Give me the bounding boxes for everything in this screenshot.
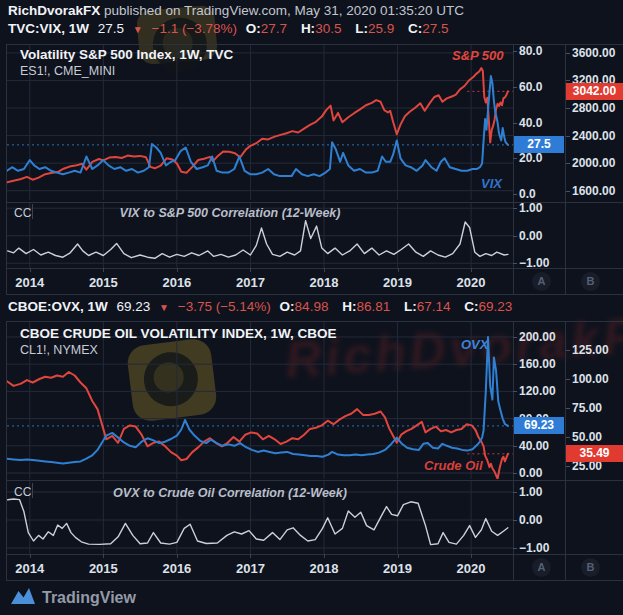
- low-value: 67.14: [417, 299, 451, 314]
- last-price-badge: 35.49: [566, 445, 623, 462]
- price-tick-label: −1.00: [519, 540, 549, 556]
- time-tick: [324, 268, 325, 272]
- brand-name: TradingView: [42, 589, 136, 607]
- sp500-series-label: S&P 500: [452, 48, 504, 63]
- scale-b-button[interactable]: B: [581, 558, 600, 577]
- tradingview-published-chart: RichDvorakFX RichDvorakFX published on T…: [0, 0, 623, 615]
- year-label: 2014: [12, 561, 48, 576]
- price-tick-label: 40.0: [519, 115, 542, 131]
- time-tick: [471, 554, 472, 558]
- price-tick-label: 100.00: [572, 371, 609, 387]
- time-tick: [103, 268, 104, 272]
- scale-a-button[interactable]: A: [532, 558, 551, 577]
- down-triangle-icon: ▼: [133, 24, 143, 35]
- crude-series-label: Crude Oil: [424, 458, 483, 473]
- separator: [6, 580, 623, 581]
- close-label: C:: [408, 21, 422, 36]
- year-label: 2014: [12, 275, 48, 290]
- tradingview-logo-icon: [10, 586, 36, 610]
- price-tick-label: 1.00: [519, 200, 542, 216]
- price-tick-label: 200.00: [519, 329, 556, 345]
- vix-series-label: VIX: [481, 176, 502, 191]
- price-tick-label: 0.00: [519, 465, 542, 481]
- high-label: H:: [342, 299, 356, 314]
- year-label: 2016: [159, 561, 195, 576]
- scale-b-button[interactable]: B: [581, 272, 600, 291]
- time-tick: [250, 268, 251, 272]
- scale-a-button[interactable]: A: [532, 272, 551, 291]
- high-value: 86.81: [356, 299, 390, 314]
- close-value: 69.23: [479, 299, 513, 314]
- time-tick: [30, 268, 31, 272]
- year-label: 2018: [306, 561, 342, 576]
- down-triangle-icon: ▼: [159, 302, 169, 313]
- chart2-title: CBOE CRUDE OIL VOLATILITY INDEX, 1W, CBO…: [20, 326, 337, 341]
- price-scale-divider[interactable]: [513, 44, 514, 294]
- last-price: 27.5: [98, 21, 124, 36]
- time-tick: [398, 268, 399, 272]
- chart1-subtitle: ES1!, CME_MINI: [20, 64, 115, 78]
- price-change: −3.75 (−5.14%): [178, 299, 271, 314]
- chart-frame-left: [6, 44, 7, 294]
- symbol-info-line-ovx: CBOE:OVX, 1W 69.23 ▼ −3.75 (−5.14%) O:84…: [8, 299, 522, 314]
- price-tick-label: 125.00: [572, 342, 609, 358]
- series-correlation: [8, 221, 508, 259]
- price-tick-label: −1.00: [519, 255, 549, 271]
- close-label: C:: [464, 299, 478, 314]
- year-label: 2015: [85, 275, 121, 290]
- year-label: 2020: [453, 561, 489, 576]
- time-tick: [250, 554, 251, 558]
- time-tick: [30, 554, 31, 558]
- price-tick-label: 2000.00: [572, 155, 615, 171]
- time-tick: [103, 554, 104, 558]
- cc-indicator-label: CC: [14, 206, 31, 220]
- time-tick: [324, 554, 325, 558]
- last-price-badge: 3042.00: [566, 83, 623, 100]
- time-tick: [177, 268, 178, 272]
- chart2-subtitle: CL1!, NYMEX: [20, 343, 98, 357]
- separator: [6, 321, 623, 322]
- legend-divider: [32, 204, 33, 219]
- legend-divider: [32, 483, 33, 498]
- time-tick: [177, 554, 178, 558]
- year-label: 2016: [159, 275, 195, 290]
- price-tick-label: 2800.00: [572, 100, 615, 116]
- open-label: O:: [280, 299, 295, 314]
- price-scale-divider[interactable]: [513, 321, 514, 580]
- price-tick-label: 1600.00: [572, 183, 615, 199]
- price-tick-label: 50.00: [572, 429, 602, 445]
- separator: [6, 294, 623, 295]
- price-tick-label: 120.00: [519, 383, 556, 399]
- price-tick-label: 2400.00: [572, 128, 615, 144]
- year-label: 2015: [85, 561, 121, 576]
- symbol-name: CBOE:OVX, 1W: [8, 299, 108, 314]
- ovx-series-label: OVX: [461, 337, 488, 352]
- high-label: H:: [301, 21, 315, 36]
- published-text: published on TradingView.com, May 31, 20…: [100, 3, 464, 18]
- year-label: 2019: [380, 275, 416, 290]
- price-tick-label: 75.00: [572, 400, 602, 416]
- price-tick-label: 1.00: [519, 484, 542, 500]
- chart-frame-left: [6, 321, 7, 580]
- year-label: 2018: [306, 275, 342, 290]
- price-tick-label: 0.00: [519, 228, 542, 244]
- price-tick-label: 0.00: [519, 512, 542, 528]
- close-value: 27.5: [422, 21, 448, 36]
- cc-indicator-label: CC: [14, 485, 31, 499]
- last-price-badge: 69.23: [514, 417, 564, 434]
- tradingview-branding[interactable]: TradingView: [10, 586, 136, 610]
- year-label: 2020: [453, 275, 489, 290]
- price-tick-label: 80.0: [519, 43, 542, 59]
- cc1-title: VIX to S&P 500 Correlation (12-Week): [80, 206, 380, 220]
- last-price-badge: 27.5: [514, 136, 564, 153]
- price-tick-label: 160.00: [519, 356, 556, 372]
- series-correlation: [8, 499, 508, 545]
- low-value: 25.9: [368, 21, 394, 36]
- symbol-info-line-vix: TVC:VIX, 1W 27.5 ▼ −1.1 (−3.78%) O:27.7 …: [8, 21, 459, 36]
- year-label: 2019: [380, 561, 416, 576]
- price-scale-divider[interactable]: [565, 44, 566, 294]
- year-label: 2017: [232, 275, 268, 290]
- year-label: 2017: [232, 561, 268, 576]
- open-value: 84.98: [295, 299, 329, 314]
- last-price: 69.23: [117, 299, 151, 314]
